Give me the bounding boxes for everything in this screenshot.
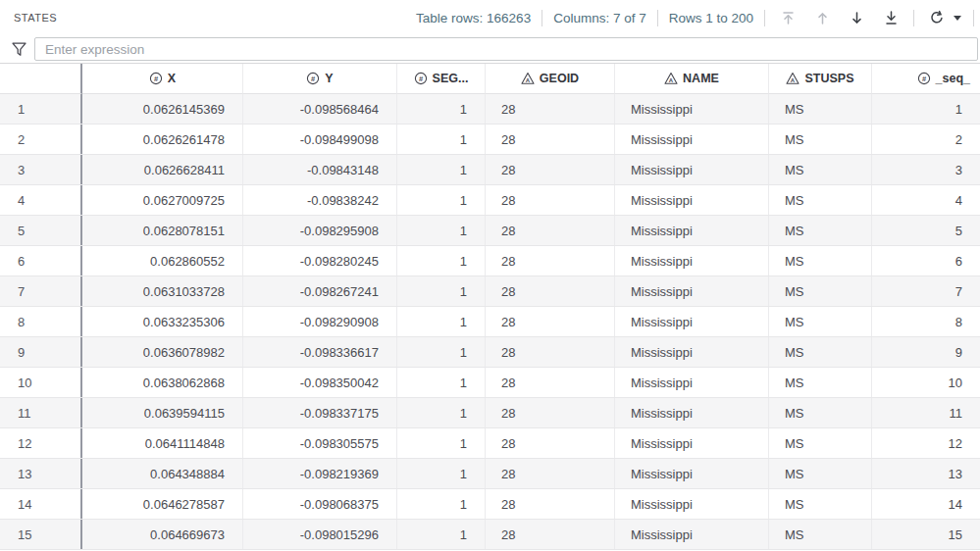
table-cell[interactable]: 5	[872, 216, 980, 245]
row-number[interactable]: 1	[0, 94, 82, 124]
table-cell[interactable]: 28	[486, 489, 615, 519]
table-cell[interactable]: -0.098337175	[243, 398, 397, 427]
row-number[interactable]: 14	[0, 489, 82, 519]
table-cell[interactable]: -0.098305575	[243, 428, 397, 458]
table-cell[interactable]: Mississippi	[615, 246, 769, 276]
step-up-button[interactable]	[810, 6, 834, 29]
table-cell[interactable]: 28	[486, 125, 615, 154]
row-number[interactable]: 12	[0, 428, 82, 458]
table-cell[interactable]: 1	[397, 125, 486, 154]
table-cell[interactable]: 1	[397, 307, 486, 336]
table-cell[interactable]: 28	[486, 216, 615, 245]
table-cell[interactable]: 0.0627009725	[82, 185, 243, 215]
table-cell[interactable]: MS	[769, 428, 872, 458]
table-cell[interactable]: 0.0626145369	[82, 94, 243, 124]
table-cell[interactable]: Mississippi	[615, 155, 769, 184]
table-cell[interactable]: 7	[872, 276, 980, 306]
table-cell[interactable]: MS	[769, 459, 872, 488]
column-header-seg[interactable]: #SEG...	[397, 64, 486, 94]
table-cell[interactable]: 10	[872, 368, 980, 397]
column-header-y[interactable]: #Y	[243, 64, 397, 94]
table-cell[interactable]: 28	[486, 459, 615, 488]
row-number[interactable]: 4	[0, 185, 82, 215]
jump-to-top-button[interactable]	[776, 6, 799, 29]
table-cell[interactable]: 1	[397, 489, 486, 519]
table-cell[interactable]: Mississippi	[615, 428, 769, 458]
table-cell[interactable]: MS	[769, 520, 872, 549]
table-cell[interactable]: 1	[872, 94, 980, 124]
table-cell[interactable]: Mississippi	[615, 307, 769, 336]
row-number[interactable]: 6	[0, 246, 82, 276]
table-cell[interactable]: 1	[397, 368, 486, 397]
table-cell[interactable]: -0.098568464	[243, 94, 397, 124]
table-cell[interactable]: 1	[397, 337, 486, 367]
table-cell[interactable]: 9	[872, 337, 980, 367]
row-number[interactable]: 3	[0, 155, 82, 184]
table-cell[interactable]: MS	[769, 216, 872, 245]
table-cell[interactable]: MS	[769, 125, 872, 154]
table-cell[interactable]: 0.0639594115	[82, 398, 243, 427]
table-cell[interactable]: 1	[397, 216, 486, 245]
table-cell[interactable]: -0.098068375	[243, 489, 397, 519]
table-cell[interactable]: -0.09838242	[243, 185, 397, 215]
filter-expression-input[interactable]	[34, 37, 978, 61]
table-cell[interactable]: 0.0641114848	[82, 428, 243, 458]
table-cell[interactable]: MS	[769, 94, 872, 124]
column-header-stusps[interactable]: ASTUSPS	[769, 64, 872, 94]
table-cell[interactable]: 28	[486, 94, 615, 124]
table-cell[interactable]: Mississippi	[615, 520, 769, 549]
table-cell[interactable]: 0.0626261478	[82, 125, 243, 154]
table-cell[interactable]: -0.098280245	[243, 246, 397, 276]
table-cell[interactable]: 1	[397, 398, 486, 427]
table-cell[interactable]: 28	[486, 246, 615, 276]
table-cell[interactable]: MS	[769, 246, 872, 276]
table-cell[interactable]: -0.098267241	[243, 276, 397, 306]
table-cell[interactable]: Mississippi	[615, 216, 769, 245]
table-cell[interactable]: -0.098295908	[243, 216, 397, 245]
table-cell[interactable]: 1	[397, 155, 486, 184]
row-number[interactable]: 7	[0, 276, 82, 306]
table-cell[interactable]: 0.0638062868	[82, 368, 243, 397]
table-cell[interactable]: 0.0628078151	[82, 216, 243, 245]
table-cell[interactable]: 6	[872, 246, 980, 276]
table-cell[interactable]: -0.098015296	[243, 520, 397, 549]
table-cell[interactable]: 28	[486, 520, 615, 549]
row-number[interactable]: 11	[0, 398, 82, 427]
row-number[interactable]: 15	[0, 520, 82, 549]
table-cell[interactable]: MS	[769, 185, 872, 215]
table-cell[interactable]: -0.098336617	[243, 337, 397, 367]
table-cell[interactable]: 1	[397, 94, 486, 124]
table-cell[interactable]: 4	[872, 185, 980, 215]
table-cell[interactable]: 28	[486, 276, 615, 306]
column-header-geoid[interactable]: AGEOID	[486, 64, 615, 94]
table-cell[interactable]: 3	[872, 155, 980, 184]
table-cell[interactable]: 28	[486, 155, 615, 184]
table-cell[interactable]: 0.062860552	[82, 246, 243, 276]
table-cell[interactable]: -0.098290908	[243, 307, 397, 336]
table-cell[interactable]: MS	[769, 368, 872, 397]
table-cell[interactable]: 28	[486, 368, 615, 397]
table-cell[interactable]: -0.09843148	[243, 155, 397, 184]
step-down-button[interactable]	[845, 6, 868, 29]
row-number[interactable]: 2	[0, 125, 82, 154]
table-cell[interactable]: Mississippi	[615, 489, 769, 519]
row-number[interactable]: 9	[0, 337, 82, 367]
table-cell[interactable]: Mississippi	[615, 276, 769, 306]
table-cell[interactable]: Mississippi	[615, 398, 769, 427]
table-cell[interactable]: Mississippi	[615, 125, 769, 154]
table-cell[interactable]: 2	[872, 125, 980, 154]
table-cell[interactable]: 14	[872, 489, 980, 519]
table-cell[interactable]: 1	[397, 459, 486, 488]
row-number[interactable]: 10	[0, 368, 82, 397]
table-cell[interactable]: Mississippi	[615, 368, 769, 397]
table-cell[interactable]: 1	[397, 276, 486, 306]
row-number[interactable]: 8	[0, 307, 82, 336]
table-cell[interactable]: 13	[872, 459, 980, 488]
column-header-_seq_[interactable]: #_seq_	[872, 64, 980, 94]
table-cell[interactable]: 0.064669673	[82, 520, 243, 549]
column-header-x[interactable]: #X	[82, 64, 243, 94]
table-cell[interactable]: 11	[872, 398, 980, 427]
table-cell[interactable]: 1	[397, 428, 486, 458]
table-cell[interactable]: MS	[769, 489, 872, 519]
table-cell[interactable]: 1	[397, 520, 486, 549]
